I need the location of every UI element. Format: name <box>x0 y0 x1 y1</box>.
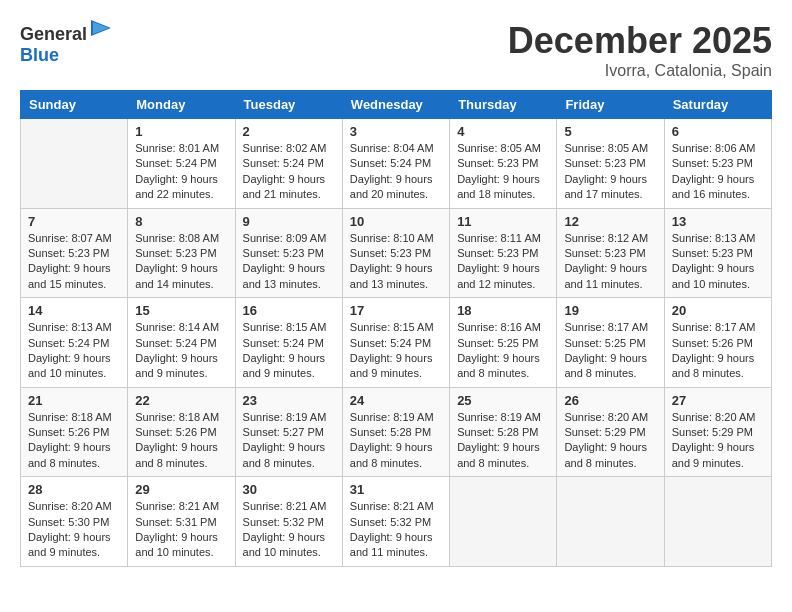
calendar-day-cell: 13Sunrise: 8:13 AMSunset: 5:23 PMDayligh… <box>664 208 771 298</box>
day-number: 27 <box>672 393 764 408</box>
calendar-day-cell <box>450 477 557 567</box>
calendar-day-cell: 6Sunrise: 8:06 AMSunset: 5:23 PMDaylight… <box>664 119 771 209</box>
day-number: 12 <box>564 214 656 229</box>
calendar-day-cell: 31Sunrise: 8:21 AMSunset: 5:32 PMDayligh… <box>342 477 449 567</box>
day-info: Sunrise: 8:08 AMSunset: 5:23 PMDaylight:… <box>135 231 227 293</box>
day-number: 21 <box>28 393 120 408</box>
weekday-header-cell: Monday <box>128 91 235 119</box>
calendar: SundayMondayTuesdayWednesdayThursdayFrid… <box>20 90 772 567</box>
calendar-day-cell: 4Sunrise: 8:05 AMSunset: 5:23 PMDaylight… <box>450 119 557 209</box>
calendar-day-cell: 8Sunrise: 8:08 AMSunset: 5:23 PMDaylight… <box>128 208 235 298</box>
header: General Blue December 2025 Ivorra, Catal… <box>20 20 772 80</box>
day-number: 19 <box>564 303 656 318</box>
calendar-day-cell: 11Sunrise: 8:11 AMSunset: 5:23 PMDayligh… <box>450 208 557 298</box>
calendar-day-cell: 17Sunrise: 8:15 AMSunset: 5:24 PMDayligh… <box>342 298 449 388</box>
day-info: Sunrise: 8:16 AMSunset: 5:25 PMDaylight:… <box>457 320 549 382</box>
logo-general: General <box>20 24 87 44</box>
day-number: 24 <box>350 393 442 408</box>
day-info: Sunrise: 8:19 AMSunset: 5:28 PMDaylight:… <box>457 410 549 472</box>
day-number: 5 <box>564 124 656 139</box>
calendar-day-cell: 2Sunrise: 8:02 AMSunset: 5:24 PMDaylight… <box>235 119 342 209</box>
calendar-day-cell: 5Sunrise: 8:05 AMSunset: 5:23 PMDaylight… <box>557 119 664 209</box>
day-number: 7 <box>28 214 120 229</box>
calendar-day-cell: 15Sunrise: 8:14 AMSunset: 5:24 PMDayligh… <box>128 298 235 388</box>
calendar-day-cell: 19Sunrise: 8:17 AMSunset: 5:25 PMDayligh… <box>557 298 664 388</box>
calendar-day-cell: 1Sunrise: 8:01 AMSunset: 5:24 PMDaylight… <box>128 119 235 209</box>
day-info: Sunrise: 8:20 AMSunset: 5:29 PMDaylight:… <box>564 410 656 472</box>
day-info: Sunrise: 8:21 AMSunset: 5:32 PMDaylight:… <box>243 499 335 561</box>
day-number: 20 <box>672 303 764 318</box>
weekday-header-row: SundayMondayTuesdayWednesdayThursdayFrid… <box>21 91 772 119</box>
day-number: 13 <box>672 214 764 229</box>
title-area: December 2025 Ivorra, Catalonia, Spain <box>508 20 772 80</box>
calendar-week-row: 28Sunrise: 8:20 AMSunset: 5:30 PMDayligh… <box>21 477 772 567</box>
weekday-header-cell: Friday <box>557 91 664 119</box>
day-info: Sunrise: 8:14 AMSunset: 5:24 PMDaylight:… <box>135 320 227 382</box>
calendar-day-cell <box>21 119 128 209</box>
day-info: Sunrise: 8:12 AMSunset: 5:23 PMDaylight:… <box>564 231 656 293</box>
day-number: 17 <box>350 303 442 318</box>
day-number: 25 <box>457 393 549 408</box>
svg-marker-1 <box>93 22 109 34</box>
calendar-day-cell <box>664 477 771 567</box>
calendar-day-cell: 23Sunrise: 8:19 AMSunset: 5:27 PMDayligh… <box>235 387 342 477</box>
calendar-day-cell: 16Sunrise: 8:15 AMSunset: 5:24 PMDayligh… <box>235 298 342 388</box>
calendar-day-cell: 27Sunrise: 8:20 AMSunset: 5:29 PMDayligh… <box>664 387 771 477</box>
weekday-header-cell: Tuesday <box>235 91 342 119</box>
calendar-day-cell: 26Sunrise: 8:20 AMSunset: 5:29 PMDayligh… <box>557 387 664 477</box>
calendar-week-row: 21Sunrise: 8:18 AMSunset: 5:26 PMDayligh… <box>21 387 772 477</box>
month-title: December 2025 <box>508 20 772 62</box>
calendar-day-cell: 9Sunrise: 8:09 AMSunset: 5:23 PMDaylight… <box>235 208 342 298</box>
location-subtitle: Ivorra, Catalonia, Spain <box>508 62 772 80</box>
day-info: Sunrise: 8:15 AMSunset: 5:24 PMDaylight:… <box>350 320 442 382</box>
calendar-week-row: 7Sunrise: 8:07 AMSunset: 5:23 PMDaylight… <box>21 208 772 298</box>
calendar-day-cell: 25Sunrise: 8:19 AMSunset: 5:28 PMDayligh… <box>450 387 557 477</box>
day-number: 10 <box>350 214 442 229</box>
day-info: Sunrise: 8:09 AMSunset: 5:23 PMDaylight:… <box>243 231 335 293</box>
day-number: 15 <box>135 303 227 318</box>
day-number: 3 <box>350 124 442 139</box>
calendar-day-cell: 18Sunrise: 8:16 AMSunset: 5:25 PMDayligh… <box>450 298 557 388</box>
day-info: Sunrise: 8:11 AMSunset: 5:23 PMDaylight:… <box>457 231 549 293</box>
day-info: Sunrise: 8:06 AMSunset: 5:23 PMDaylight:… <box>672 141 764 203</box>
logo-blue: Blue <box>20 45 59 65</box>
day-info: Sunrise: 8:18 AMSunset: 5:26 PMDaylight:… <box>135 410 227 472</box>
day-info: Sunrise: 8:19 AMSunset: 5:28 PMDaylight:… <box>350 410 442 472</box>
calendar-day-cell: 3Sunrise: 8:04 AMSunset: 5:24 PMDaylight… <box>342 119 449 209</box>
day-info: Sunrise: 8:18 AMSunset: 5:26 PMDaylight:… <box>28 410 120 472</box>
logo-flag-icon <box>89 20 113 40</box>
day-info: Sunrise: 8:21 AMSunset: 5:32 PMDaylight:… <box>350 499 442 561</box>
calendar-day-cell: 20Sunrise: 8:17 AMSunset: 5:26 PMDayligh… <box>664 298 771 388</box>
day-number: 23 <box>243 393 335 408</box>
day-number: 22 <box>135 393 227 408</box>
day-info: Sunrise: 8:01 AMSunset: 5:24 PMDaylight:… <box>135 141 227 203</box>
day-info: Sunrise: 8:21 AMSunset: 5:31 PMDaylight:… <box>135 499 227 561</box>
day-info: Sunrise: 8:04 AMSunset: 5:24 PMDaylight:… <box>350 141 442 203</box>
day-info: Sunrise: 8:05 AMSunset: 5:23 PMDaylight:… <box>564 141 656 203</box>
weekday-header-cell: Sunday <box>21 91 128 119</box>
day-number: 30 <box>243 482 335 497</box>
calendar-day-cell: 30Sunrise: 8:21 AMSunset: 5:32 PMDayligh… <box>235 477 342 567</box>
weekday-header-cell: Saturday <box>664 91 771 119</box>
day-number: 26 <box>564 393 656 408</box>
day-number: 4 <box>457 124 549 139</box>
day-info: Sunrise: 8:20 AMSunset: 5:29 PMDaylight:… <box>672 410 764 472</box>
weekday-header-cell: Wednesday <box>342 91 449 119</box>
calendar-day-cell: 21Sunrise: 8:18 AMSunset: 5:26 PMDayligh… <box>21 387 128 477</box>
calendar-day-cell: 22Sunrise: 8:18 AMSunset: 5:26 PMDayligh… <box>128 387 235 477</box>
day-number: 6 <box>672 124 764 139</box>
day-info: Sunrise: 8:13 AMSunset: 5:23 PMDaylight:… <box>672 231 764 293</box>
calendar-day-cell: 12Sunrise: 8:12 AMSunset: 5:23 PMDayligh… <box>557 208 664 298</box>
day-info: Sunrise: 8:17 AMSunset: 5:26 PMDaylight:… <box>672 320 764 382</box>
calendar-body: 1Sunrise: 8:01 AMSunset: 5:24 PMDaylight… <box>21 119 772 567</box>
calendar-week-row: 14Sunrise: 8:13 AMSunset: 5:24 PMDayligh… <box>21 298 772 388</box>
calendar-day-cell: 24Sunrise: 8:19 AMSunset: 5:28 PMDayligh… <box>342 387 449 477</box>
day-info: Sunrise: 8:07 AMSunset: 5:23 PMDaylight:… <box>28 231 120 293</box>
weekday-header-cell: Thursday <box>450 91 557 119</box>
day-number: 9 <box>243 214 335 229</box>
calendar-day-cell: 14Sunrise: 8:13 AMSunset: 5:24 PMDayligh… <box>21 298 128 388</box>
day-number: 28 <box>28 482 120 497</box>
day-info: Sunrise: 8:19 AMSunset: 5:27 PMDaylight:… <box>243 410 335 472</box>
day-number: 18 <box>457 303 549 318</box>
day-info: Sunrise: 8:13 AMSunset: 5:24 PMDaylight:… <box>28 320 120 382</box>
